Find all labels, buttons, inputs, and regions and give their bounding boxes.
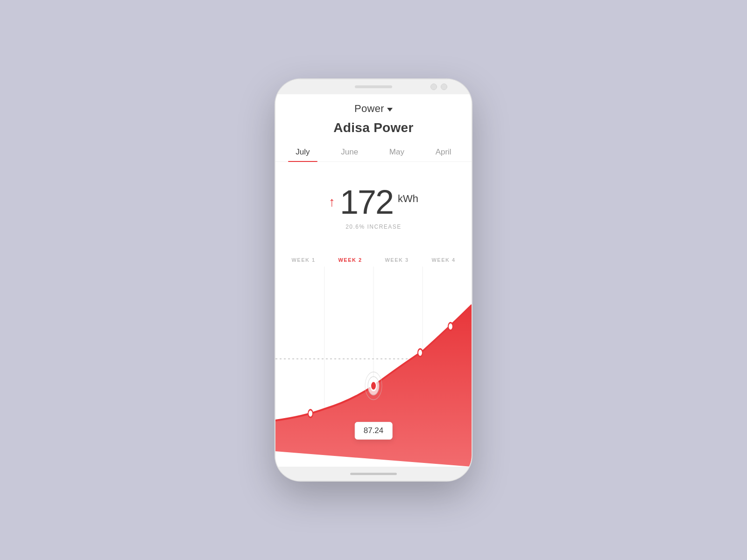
stats-area: ↑ 172 kWh 20.6% INCREASE	[275, 162, 472, 244]
chart-area: 87.24	[275, 266, 472, 467]
tab-week1[interactable]: WEEK 1	[285, 253, 322, 266]
tab-week3[interactable]: WEEK 3	[378, 253, 415, 266]
tooltip-value: 87.24	[364, 426, 384, 435]
app-title-row[interactable]: Power	[285, 103, 462, 115]
trend-up-icon: ↑	[329, 196, 335, 209]
kwh-unit: kWh	[398, 193, 418, 205]
chart-dot-week1	[308, 410, 313, 418]
increase-label: 20.6% INCREASE	[345, 224, 402, 230]
camera-area	[430, 84, 447, 90]
phone-notch	[355, 85, 392, 88]
phone-device: Power Adisa Power July June May April ↑ …	[275, 79, 472, 481]
kwh-row: ↑ 172 kWh	[329, 185, 418, 219]
kwh-value: 172	[340, 185, 393, 219]
chart-dot-week3	[418, 349, 423, 357]
chart-tooltip: 87.24	[355, 422, 393, 440]
chart-dot-week2	[371, 381, 376, 391]
tab-june[interactable]: June	[333, 143, 366, 161]
tab-may[interactable]: May	[382, 143, 412, 161]
phone-top-bezel	[275, 79, 472, 94]
app-header: Power Adisa Power	[275, 94, 472, 135]
camera-dot-1	[430, 84, 437, 90]
tab-week2[interactable]: WEEK 2	[331, 253, 368, 266]
home-indicator	[350, 473, 397, 475]
phone-bottom-bezel	[275, 467, 472, 481]
camera-dot-2	[441, 84, 447, 90]
app-title: Power	[354, 103, 384, 115]
chevron-down-icon	[387, 108, 393, 112]
week-tabs: WEEK 1 WEEK 2 WEEK 3 WEEK 4	[275, 253, 472, 266]
phone-screen: Power Adisa Power July June May April ↑ …	[275, 94, 472, 467]
tab-july[interactable]: July	[288, 143, 317, 161]
account-name: Adisa Power	[285, 120, 462, 135]
chart-dot-week4	[448, 322, 453, 330]
tab-week4[interactable]: WEEK 4	[425, 253, 462, 266]
month-tabs: July June May April	[275, 143, 472, 162]
tab-april[interactable]: April	[428, 143, 459, 161]
